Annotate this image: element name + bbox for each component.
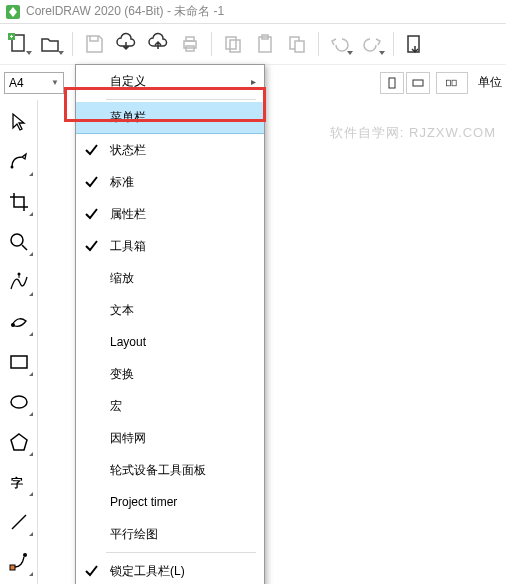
menu-item-internet[interactable]: 因特网 [76,422,264,454]
page-size-select[interactable]: A4 ▼ [4,72,64,94]
line-tool[interactable] [5,508,33,536]
cloud-up-button[interactable] [143,29,173,59]
menu-header-customize[interactable]: 自定义 [76,65,264,97]
svg-rect-14 [446,80,450,86]
menu-item-propertybar[interactable]: 属性栏 [76,198,264,230]
chevron-down-icon: ▼ [51,78,59,87]
paste-button[interactable] [250,29,280,59]
watermark-text: 软件自学网: RJZXW.COM [330,124,496,142]
rectangle-tool[interactable] [5,348,33,376]
window-title: CorelDRAW 2020 (64-Bit) - 未命名 -1 [26,3,224,20]
svg-point-19 [11,323,15,327]
svg-rect-12 [389,78,395,88]
svg-rect-15 [452,80,456,86]
separator [318,32,319,56]
menu-separator [106,99,256,100]
title-bar: CorelDRAW 2020 (64-Bit) - 未命名 -1 [0,0,506,24]
menu-item-toolbox[interactable]: 工具箱 [76,230,264,262]
separator [211,32,212,56]
polygon-tool[interactable] [5,428,33,456]
menu-item-macro[interactable]: 宏 [76,390,264,422]
svg-point-17 [11,234,23,246]
standard-toolbar [0,24,506,64]
menu-item-standard[interactable]: 标准 [76,166,264,198]
menu-item-text[interactable]: 文本 [76,294,264,326]
freehand-tool[interactable] [5,268,33,296]
crop-tool[interactable] [5,188,33,216]
menu-item-layout[interactable]: Layout [76,326,264,358]
cloud-down-button[interactable] [111,29,141,59]
separator [72,32,73,56]
check-icon [84,143,98,157]
svg-rect-23 [10,565,15,570]
menu-item-transform[interactable]: 变换 [76,358,264,390]
check-icon [84,564,98,578]
open-button[interactable] [36,29,66,59]
svg-rect-10 [295,41,304,52]
copy-button[interactable] [218,29,248,59]
text-tool[interactable]: 字 [5,468,33,496]
menu-item-menubar[interactable]: 菜单栏 [76,102,264,134]
shape-tool[interactable] [5,148,33,176]
print-button[interactable] [175,29,205,59]
svg-point-24 [23,553,27,557]
undo-button[interactable] [325,29,355,59]
pages-button[interactable] [436,72,468,94]
unit-label: 单位 [478,74,502,91]
menu-item-wheel-panel[interactable]: 轮式设备工具面板 [76,454,264,486]
menu-item-project-timer[interactable]: Project timer [76,486,264,518]
artistic-media-tool[interactable] [5,308,33,336]
menu-separator [106,552,256,553]
menu-item-parallel-draw[interactable]: 平行绘图 [76,518,264,550]
svg-rect-20 [11,356,27,368]
page-size-value: A4 [9,76,24,90]
toolbox: 字 [0,100,38,584]
separator [393,32,394,56]
svg-rect-13 [413,80,423,86]
svg-text:字: 字 [11,476,23,490]
new-document-button[interactable] [4,29,34,59]
svg-point-21 [11,396,27,408]
import-button[interactable] [400,29,430,59]
menu-item-lock-toolbar[interactable]: 锁定工具栏(L) [76,555,264,584]
zoom-tool[interactable] [5,228,33,256]
clipboard-button[interactable] [282,29,312,59]
menu-item-statusbar[interactable]: 状态栏 [76,134,264,166]
connector-tool[interactable] [5,548,33,576]
check-icon [84,239,98,253]
context-menu: 自定义 菜单栏 状态栏 标准 属性栏 工具箱 缩放 文本 Layout 变换 宏… [75,64,265,584]
svg-rect-5 [226,37,236,49]
orientation-buttons [380,72,430,94]
portrait-button[interactable] [380,72,404,94]
ellipse-tool[interactable] [5,388,33,416]
svg-rect-6 [230,40,240,52]
menu-item-zoom[interactable]: 缩放 [76,262,264,294]
save-button[interactable] [79,29,109,59]
redo-button[interactable] [357,29,387,59]
pick-tool[interactable] [5,108,33,136]
landscape-button[interactable] [406,72,430,94]
check-icon [84,207,98,221]
svg-rect-3 [186,37,194,41]
app-icon [6,5,20,19]
svg-point-16 [10,166,13,169]
check-icon [84,175,98,189]
